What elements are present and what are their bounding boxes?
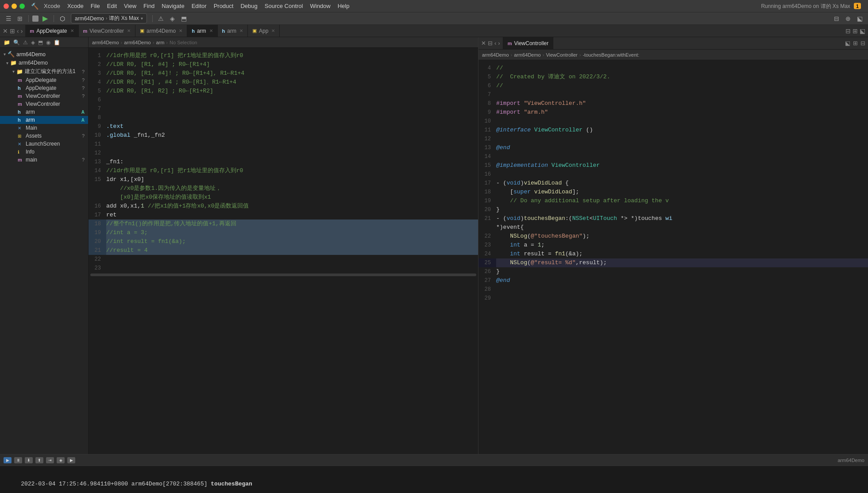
nav-back-icon[interactable]: ‹ bbox=[17, 27, 19, 35]
tab-arm2-close[interactable]: ✕ bbox=[239, 28, 243, 33]
tab-appdelegate[interactable]: m AppDelegate ✕ bbox=[25, 25, 78, 37]
tab-arm-close[interactable]: ✕ bbox=[209, 28, 213, 33]
run-button[interactable]: ▶ bbox=[40, 14, 50, 23]
right-close-icon[interactable]: ✕ bbox=[481, 40, 486, 46]
sidebar-item-appdelegate-h[interactable]: m AppDelegate ? bbox=[0, 76, 88, 84]
menu-file[interactable]: File bbox=[91, 3, 100, 9]
breadcrumb-arm64demo[interactable]: arm64Demo bbox=[92, 40, 119, 45]
right-split2-icon[interactable]: ⊟ bbox=[860, 40, 865, 46]
scrollbar-thumb[interactable] bbox=[90, 273, 476, 276]
right-nav-forward-icon[interactable]: › bbox=[498, 40, 500, 46]
right-split-icon[interactable]: ⊟ bbox=[488, 40, 493, 46]
right-breadcrumb-method[interactable]: -touchesBegan:withEvent: bbox=[583, 52, 639, 58]
sidebar-issue-icon[interactable]: ⚠ bbox=[22, 39, 29, 46]
console-clear-btn[interactable]: ▶ bbox=[4, 457, 12, 463]
scheme-icon[interactable]: ⬡ bbox=[58, 14, 67, 23]
add-tab-icon[interactable]: ⊞ bbox=[10, 27, 15, 35]
sidebar-item-arm[interactable]: h arm A bbox=[0, 116, 88, 124]
menu-view[interactable]: View bbox=[124, 3, 136, 9]
console-run-btn[interactable]: ▶ bbox=[67, 457, 75, 463]
menu-edit[interactable]: Edit bbox=[107, 3, 117, 9]
right-tab-viewcontroller[interactable]: m ViewController bbox=[503, 37, 554, 49]
sidebar-search-icon[interactable]: 🔍 bbox=[12, 39, 21, 46]
right-breadcrumb-arm64demo2[interactable]: arm64Demo bbox=[514, 52, 541, 58]
console-step-into-btn[interactable]: ⬆ bbox=[35, 457, 43, 463]
library-icon[interactable]: ⊕ bbox=[843, 14, 853, 23]
minimize-button[interactable] bbox=[12, 4, 17, 9]
sidebar-item-arm64demo-group[interactable]: ▾ 📁 arm64Demo bbox=[0, 59, 88, 67]
sidebar-report-icon[interactable]: 📋 bbox=[53, 39, 61, 46]
console-log-1: 2022-03-04 17:25:46.984110+0800 arm64Dem… bbox=[21, 481, 252, 487]
navigator-toggle-icon[interactable]: ⊞ bbox=[15, 14, 25, 23]
breadcrumb-arm[interactable]: arm bbox=[156, 40, 164, 45]
tab-app-label: App bbox=[259, 28, 268, 34]
inspector-toggle-icon[interactable]: ⊟ bbox=[832, 14, 841, 23]
breadcrumb-arm64demo2[interactable]: arm64Demo bbox=[124, 40, 151, 45]
console-pause-btn[interactable]: ⏸ bbox=[14, 457, 22, 463]
menu-navigate[interactable]: Navigate bbox=[162, 3, 184, 9]
warning-badge[interactable]: 1 bbox=[854, 3, 861, 9]
layout-icon[interactable]: ⬕ bbox=[855, 14, 864, 23]
menu-source-control[interactable]: Source Control bbox=[265, 3, 303, 9]
console-debug-btn[interactable]: ◈ bbox=[57, 457, 65, 463]
debug-icon[interactable]: ⬒ bbox=[179, 14, 189, 23]
tab-viewcontroller[interactable]: m ViewController ✕ bbox=[79, 25, 136, 37]
sidebar-folder-icon[interactable]: 📁 bbox=[3, 39, 11, 46]
right-code-editor[interactable]: 4 // 5 // Created by 谭迪文 on 2022/3/2. 6 … bbox=[478, 60, 868, 454]
left-editor: arm64Demo › arm64Demo › arm › No Selecti… bbox=[89, 37, 478, 454]
sidebar-item-launchscreen[interactable]: ✕ LaunchScreen bbox=[0, 140, 88, 148]
breakpoints-icon[interactable]: ◈ bbox=[168, 14, 177, 23]
menu-help[interactable]: Help bbox=[338, 3, 350, 9]
tab-arm[interactable]: h arm ✕ bbox=[187, 25, 217, 37]
right-breadcrumb-vc[interactable]: ViewController bbox=[546, 52, 577, 58]
arm-h-icon: h bbox=[18, 109, 24, 115]
sidebar-item-assets[interactable]: ⊞ Assets ? bbox=[0, 132, 88, 140]
tab-app-close[interactable]: ✕ bbox=[271, 28, 275, 33]
sidebar-item-project[interactable]: ▾ 🔨 arm64Demo bbox=[0, 50, 88, 59]
console-step-over-btn[interactable]: ⬇ bbox=[25, 457, 33, 463]
sidebar-item-buildmethod[interactable]: ▾ 📁 建立汇编文件的方法1 ? bbox=[0, 67, 88, 76]
right-minimap-icon[interactable]: ⊞ bbox=[853, 40, 858, 46]
stop-button[interactable] bbox=[32, 15, 39, 22]
menu-find[interactable]: Find bbox=[143, 3, 154, 9]
menu-xcode[interactable]: Xcode bbox=[67, 3, 84, 9]
issue-navigator-icon[interactable]: ⚠ bbox=[156, 14, 166, 23]
sidebar-item-viewcontroller[interactable]: m ViewController bbox=[0, 100, 88, 108]
tab-arm64demo-close[interactable]: ✕ bbox=[179, 28, 182, 33]
right-layout-icon[interactable]: ⬕ bbox=[845, 40, 850, 46]
layout-options-icon[interactable]: ⬕ bbox=[860, 27, 865, 35]
menu-window[interactable]: Window bbox=[310, 3, 330, 9]
sidebar-item-main[interactable]: ✕ Main bbox=[0, 124, 88, 132]
sidebar-item-appdelegate[interactable]: h AppDelegate ? bbox=[0, 84, 88, 92]
console-step-out-btn[interactable]: ⇥ bbox=[46, 457, 54, 463]
right-tab-vc-icon: m bbox=[508, 41, 512, 46]
right-line-29: 29 bbox=[478, 294, 868, 303]
right-nav-back-icon[interactable]: ‹ bbox=[494, 40, 496, 46]
menu-editor[interactable]: Editor bbox=[192, 3, 207, 9]
menu-debug[interactable]: Debug bbox=[240, 3, 257, 9]
tab-app[interactable]: ▣ App ✕ bbox=[248, 25, 280, 37]
sidebar-toggle-icon[interactable]: ☰ bbox=[4, 14, 13, 23]
sidebar-test-icon[interactable]: ◈ bbox=[30, 39, 36, 46]
scheme-selector[interactable]: arm64Demo › 谭的 Xs Max ▾ bbox=[71, 13, 147, 23]
menu-product[interactable]: Product bbox=[214, 3, 234, 9]
tab-viewcontroller-close[interactable]: ✕ bbox=[127, 28, 131, 33]
minimap-icon[interactable]: ⊞ bbox=[853, 27, 858, 35]
sidebar-breakpoint-icon[interactable]: ◉ bbox=[45, 39, 51, 46]
maximize-button[interactable] bbox=[19, 4, 25, 9]
right-breadcrumb-arm64demo[interactable]: arm64Demo bbox=[482, 52, 509, 58]
sidebar-debug-icon[interactable]: ⬒ bbox=[37, 39, 44, 46]
code-line-22: 22 bbox=[89, 255, 478, 264]
left-code-editor[interactable]: 1 //ldr作用是把 r0,[r1] 把r1地址里的值存入到r0 2 //LD… bbox=[89, 48, 478, 454]
tab-arm2[interactable]: h arm ✕ bbox=[218, 25, 248, 37]
close-tab-icon[interactable]: ✕ bbox=[3, 27, 8, 35]
close-button[interactable] bbox=[4, 4, 9, 9]
sidebar-item-viewcontroller-m[interactable]: m ViewController ? bbox=[0, 92, 88, 100]
sidebar-item-main-m[interactable]: m main ? bbox=[0, 156, 88, 164]
split-editor-icon[interactable]: ⊟ bbox=[845, 27, 851, 35]
sidebar-item-arm-h[interactable]: h arm A bbox=[0, 108, 88, 116]
tab-arm64demo[interactable]: ▣ arm64Demo ✕ bbox=[135, 25, 187, 37]
nav-forward-icon[interactable]: › bbox=[21, 27, 23, 35]
tab-appdelegate-close[interactable]: ✕ bbox=[70, 28, 74, 33]
sidebar-item-info[interactable]: ℹ Info bbox=[0, 148, 88, 156]
